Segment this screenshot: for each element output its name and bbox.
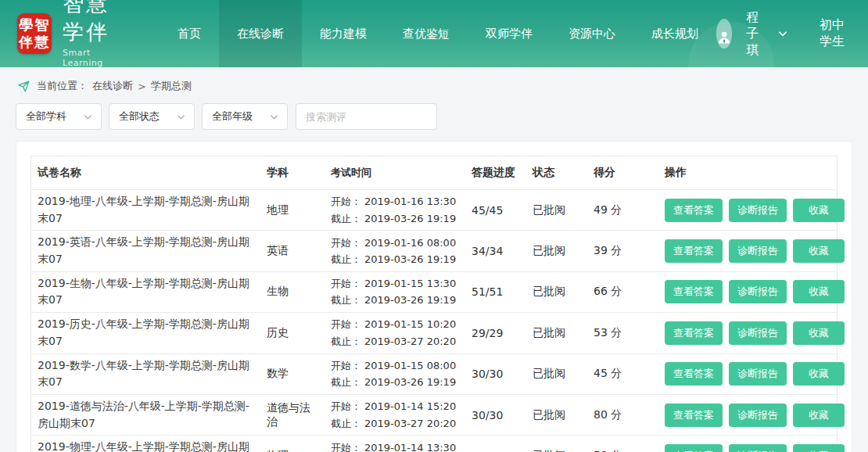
table-row: 2019-道德与法治-八年级-上学期-学期总测-房山期末07 道德与法治 开始：…: [31, 394, 837, 435]
exam-name: 2019-数学-八年级-上学期-学期总测-房山期末07: [31, 354, 260, 394]
favorite-button[interactable]: 收藏: [793, 444, 845, 452]
favorite-button[interactable]: 收藏: [793, 239, 845, 263]
exam-list-card: 试卷名称 学科 考试时间 答题进度 状态 得分 操作 2019-地理-八年级-上…: [16, 141, 852, 452]
exam-subject: 道德与法治: [260, 398, 325, 432]
exam-subject: 数学: [260, 364, 325, 384]
start-label: 开始：: [331, 442, 361, 452]
status-filter-value: 全部状态: [119, 109, 160, 124]
exam-progress: 34/34: [465, 242, 526, 260]
end-label: 截止：: [331, 335, 361, 347]
start-time: 2019-01-14 13:30: [364, 442, 456, 452]
table-row: 2019-英语-八年级-上学期-学期总测-房山期末07 英语 开始：2019-0…: [31, 230, 837, 271]
exam-time: 开始：2019-01-14 15:20 截止：2019-03-27 20:20: [325, 395, 465, 435]
status-filter-select[interactable]: 全部状态: [109, 103, 195, 130]
subject-filter-select[interactable]: 全部学科: [16, 103, 102, 130]
user-menu-toggle[interactable]: [777, 28, 788, 39]
favorite-button[interactable]: 收藏: [793, 321, 845, 345]
view-answers-button[interactable]: 查看答案: [665, 280, 723, 303]
row-actions: 查看答案 诊断报告 收藏: [658, 400, 855, 430]
brand-logo-icon: 學智伴慧: [17, 13, 52, 54]
status-badge: 已批阅: [526, 446, 587, 452]
diagnosis-report-button[interactable]: 诊断报告: [729, 199, 787, 222]
diagnosis-report-button[interactable]: 诊断报告: [729, 362, 787, 386]
exam-name: 2019-历史-八年级-上学期-学期总测-房山期末07: [31, 313, 260, 353]
start-label: 开始：: [331, 237, 361, 249]
exam-score: 39 分: [587, 241, 658, 261]
header-subject: 学科: [260, 163, 325, 183]
exam-progress: 29/29: [465, 324, 526, 343]
exam-time: 开始：2019-01-15 10:20 截止：2019-03-27 20:20: [325, 313, 465, 353]
nav-item-online-diagnosis[interactable]: 在线诊断: [219, 0, 302, 67]
search-box: [296, 103, 437, 130]
end-label: 截止：: [331, 253, 361, 265]
user-name[interactable]: 程子琪: [746, 9, 766, 59]
grade-filter-value: 全部年级: [212, 109, 253, 124]
exam-subject: 生物: [260, 282, 325, 302]
diagnosis-report-button[interactable]: 诊断报告: [729, 444, 787, 452]
paper-plane-icon: [17, 80, 30, 93]
brand-title: 智慧学伴: [63, 0, 130, 46]
exam-subject: 英语: [260, 241, 325, 261]
exam-score: 58 分: [587, 446, 658, 452]
favorite-button[interactable]: 收藏: [793, 362, 845, 386]
exam-progress: 35/35: [465, 447, 526, 452]
exam-score: 80 分: [587, 405, 658, 425]
user-icon: [716, 25, 732, 48]
grade-filter-select[interactable]: 全部年级: [202, 103, 288, 130]
exam-score: 66 分: [587, 282, 658, 302]
favorite-button[interactable]: 收藏: [793, 199, 845, 222]
diagnosis-report-button[interactable]: 诊断报告: [729, 239, 787, 263]
exam-score: 45 分: [587, 364, 658, 384]
diagnosis-report-button[interactable]: 诊断报告: [729, 404, 787, 427]
start-label: 开始：: [331, 318, 361, 330]
view-answers-button[interactable]: 查看答案: [665, 321, 723, 345]
row-actions: 查看答案 诊断报告 收藏: [658, 318, 855, 348]
nav-item-ability-modeling[interactable]: 能力建模: [302, 0, 385, 67]
exam-score: 49 分: [587, 200, 658, 221]
logo-seal-text: 學智伴慧: [17, 16, 52, 51]
brand: 學智伴慧 智慧学伴 Smart Learning Partner: [0, 0, 130, 67]
exam-name: 2019-地理-八年级-上学期-学期总测-房山期末07: [31, 190, 260, 230]
chevron-down-icon: [83, 112, 93, 122]
nav-item-resource-center[interactable]: 资源中心: [551, 0, 633, 67]
status-badge: 已批阅: [526, 405, 587, 425]
start-time: 2019-01-15 13:30: [364, 278, 456, 289]
exam-progress: 30/30: [465, 406, 526, 425]
table-header-row: 试卷名称 学科 考试时间 答题进度 状态 得分 操作: [31, 156, 837, 189]
diagnosis-report-button[interactable]: 诊断报告: [729, 321, 787, 345]
nav-item-strengths-weaknesses[interactable]: 查优鉴短: [385, 0, 468, 67]
diagnosis-report-button[interactable]: 诊断报告: [729, 280, 787, 303]
favorite-button[interactable]: 收藏: [793, 404, 845, 427]
breadcrumb-separator: >: [138, 81, 146, 92]
chevron-down-icon: [269, 112, 279, 122]
view-answers-button[interactable]: 查看答案: [665, 239, 723, 263]
header-exam-time: 考试时间: [325, 161, 465, 184]
breadcrumb-item-online-diagnosis[interactable]: 在线诊断: [92, 79, 133, 93]
end-time: 2019-03-26 19:19: [364, 294, 456, 306]
subject-filter-value: 全部学科: [26, 109, 66, 124]
end-label: 截止：: [331, 418, 361, 429]
exam-subject: 历史: [260, 323, 325, 343]
start-label: 开始：: [331, 360, 361, 371]
table-row: 2019-地理-八年级-上学期-学期总测-房山期末07 地理 开始：2019-0…: [31, 189, 837, 230]
view-answers-button[interactable]: 查看答案: [665, 404, 723, 427]
favorite-button[interactable]: 收藏: [793, 280, 845, 303]
start-time: 2019-01-16 08:00: [364, 237, 456, 249]
exam-progress: 30/30: [465, 364, 526, 383]
row-actions: 查看答案 诊断报告 收藏: [658, 359, 855, 389]
view-answers-button[interactable]: 查看答案: [665, 199, 723, 222]
start-label: 开始：: [331, 196, 361, 207]
chevron-down-icon: [176, 112, 186, 122]
header-actions: 操作: [658, 163, 837, 183]
avatar[interactable]: [716, 19, 732, 48]
header-score: 得分: [587, 163, 658, 183]
search-input[interactable]: [306, 111, 439, 123]
nav-item-home[interactable]: 首页: [160, 0, 219, 67]
nav-item-dual-teacher[interactable]: 双师学伴: [468, 0, 551, 67]
nav-item-growth-plan[interactable]: 成长规划: [633, 0, 716, 67]
end-time: 2019-03-27 20:20: [364, 335, 456, 347]
breadcrumb-item-semester-test: 学期总测: [151, 79, 192, 93]
view-answers-button[interactable]: 查看答案: [665, 362, 723, 386]
exam-subject: 物理: [260, 446, 325, 452]
view-answers-button[interactable]: 查看答案: [665, 444, 723, 452]
